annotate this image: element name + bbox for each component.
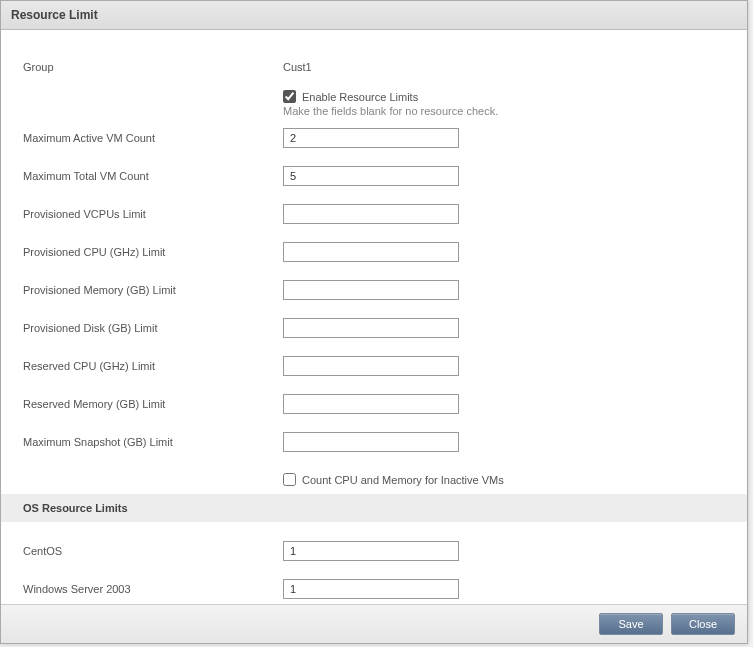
os-section-header: OS Resource Limits xyxy=(1,494,747,522)
max-snapshot-gb-input[interactable] xyxy=(283,432,459,452)
count-inactive-label: Count CPU and Memory for Inactive VMs xyxy=(302,474,504,486)
count-inactive-checkbox[interactable] xyxy=(283,473,296,486)
prov-disk-gb-row: Provisioned Disk (GB) Limit xyxy=(23,309,725,347)
prov-disk-gb-label: Provisioned Disk (GB) Limit xyxy=(23,322,283,334)
help-text: Make the fields blank for no resource ch… xyxy=(283,105,498,117)
prov-cpu-ghz-row: Provisioned CPU (GHz) Limit xyxy=(23,233,725,271)
max-active-vm-input[interactable] xyxy=(283,128,459,148)
prov-cpu-ghz-input[interactable] xyxy=(283,242,459,262)
dialog-footer: Save Close xyxy=(1,604,747,643)
prov-vcpus-input[interactable] xyxy=(283,204,459,224)
prov-mem-gb-input[interactable] xyxy=(283,280,459,300)
dialog-title: Resource Limit xyxy=(1,1,747,30)
dialog-body[interactable]: Group Cust1 Enable Resource Limits Make … xyxy=(1,30,747,604)
prov-cpu-ghz-label: Provisioned CPU (GHz) Limit xyxy=(23,246,283,258)
enable-limits-label-wrap[interactable]: Enable Resource Limits xyxy=(283,90,418,103)
res-cpu-ghz-row: Reserved CPU (GHz) Limit xyxy=(23,347,725,385)
prov-mem-gb-row: Provisioned Memory (GB) Limit xyxy=(23,271,725,309)
prov-vcpus-label: Provisioned VCPUs Limit xyxy=(23,208,283,220)
os-win2003-input[interactable] xyxy=(283,579,459,599)
os-win2003-label: Windows Server 2003 xyxy=(23,583,283,595)
res-cpu-ghz-input[interactable] xyxy=(283,356,459,376)
enable-limits-label: Enable Resource Limits xyxy=(302,91,418,103)
res-mem-gb-input[interactable] xyxy=(283,394,459,414)
res-cpu-ghz-label: Reserved CPU (GHz) Limit xyxy=(23,360,283,372)
prov-vcpus-row: Provisioned VCPUs Limit xyxy=(23,195,725,233)
enable-limits-row: Enable Resource Limits Make the fields b… xyxy=(283,90,725,117)
max-total-vm-input[interactable] xyxy=(283,166,459,186)
max-active-vm-row: Maximum Active VM Count xyxy=(23,119,725,157)
group-label: Group xyxy=(23,61,283,73)
res-mem-gb-label: Reserved Memory (GB) Limit xyxy=(23,398,283,410)
group-value: Cust1 xyxy=(283,61,312,73)
os-centos-row: CentOS xyxy=(23,532,725,570)
count-inactive-row[interactable]: Count CPU and Memory for Inactive VMs xyxy=(283,473,725,486)
group-row: Group Cust1 xyxy=(23,48,725,86)
enable-limits-checkbox[interactable] xyxy=(283,90,296,103)
prov-mem-gb-label: Provisioned Memory (GB) Limit xyxy=(23,284,283,296)
os-win2003-row: Windows Server 2003 xyxy=(23,570,725,604)
resource-limit-dialog: Resource Limit Group Cust1 Enable Resour… xyxy=(0,0,748,644)
close-button[interactable]: Close xyxy=(671,613,735,635)
max-active-vm-label: Maximum Active VM Count xyxy=(23,132,283,144)
max-snapshot-gb-label: Maximum Snapshot (GB) Limit xyxy=(23,436,283,448)
os-centos-input[interactable] xyxy=(283,541,459,561)
save-button[interactable]: Save xyxy=(599,613,663,635)
os-centos-label: CentOS xyxy=(23,545,283,557)
max-total-vm-row: Maximum Total VM Count xyxy=(23,157,725,195)
res-mem-gb-row: Reserved Memory (GB) Limit xyxy=(23,385,725,423)
prov-disk-gb-input[interactable] xyxy=(283,318,459,338)
max-snapshot-gb-row: Maximum Snapshot (GB) Limit xyxy=(23,423,725,461)
max-total-vm-label: Maximum Total VM Count xyxy=(23,170,283,182)
